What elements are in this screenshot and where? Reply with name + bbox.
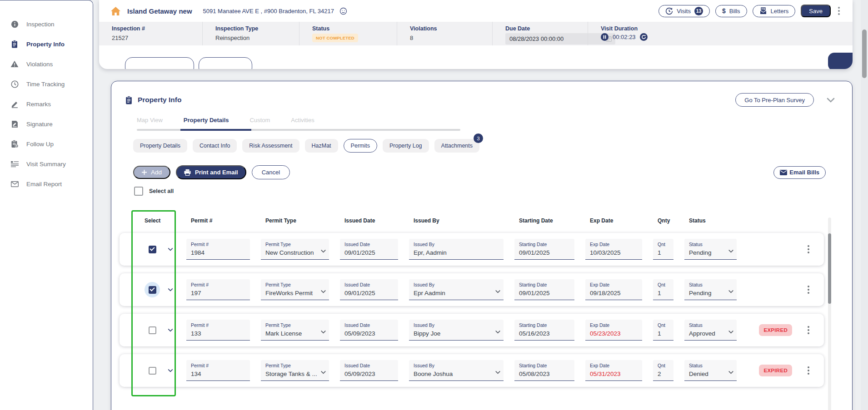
- save-button[interactable]: Save: [801, 5, 831, 17]
- permit-number-field[interactable]: Permit #134: [186, 360, 250, 381]
- tab-map-view[interactable]: Map View: [137, 117, 163, 123]
- exp-date-field[interactable]: Exp Date10/03/2025: [585, 239, 642, 260]
- chevron-down-icon: [728, 247, 733, 255]
- header-kebab-menu[interactable]: [836, 5, 842, 17]
- row-checkbox[interactable]: [149, 286, 156, 294]
- issued-date-field[interactable]: Issued Date09/01/2025: [340, 279, 398, 300]
- row-menu-kebab[interactable]: [806, 365, 811, 376]
- quantity-field[interactable]: Qnt2: [653, 360, 673, 381]
- envelope-icon: [780, 170, 787, 175]
- cancel-button[interactable]: Cancel: [252, 165, 290, 179]
- visit-duration-cell: Visit Duration 00:02:23: [588, 22, 853, 45]
- starting-date-field[interactable]: Starting Date09/01/2025: [514, 279, 574, 300]
- page-scrollbar-track[interactable]: [861, 0, 868, 410]
- sidebar-item-violations[interactable]: Violations: [0, 56, 93, 72]
- property-info-panel: Property Info Go To Pre-Plan Survey Map …: [111, 81, 853, 410]
- sidebar-item-email-report[interactable]: Email Report: [0, 176, 93, 192]
- row-checkbox[interactable]: [149, 326, 156, 334]
- quantity-field[interactable]: Qnt1: [653, 239, 673, 260]
- issued-date-field[interactable]: Issued Date05/09/2023: [340, 360, 398, 381]
- issued-by-select[interactable]: Issued ByBippy Joe: [409, 320, 504, 341]
- field-label: Permit Type: [265, 322, 324, 328]
- field-value: 1: [658, 330, 669, 337]
- permit-number-field[interactable]: Permit #1984: [186, 239, 250, 260]
- pause-icon[interactable]: [601, 33, 609, 41]
- sidebar-item-visit-summary[interactable]: Visit Summary: [0, 156, 93, 172]
- chip-attachments[interactable]: Attachments3: [434, 139, 479, 153]
- select-all-checkbox[interactable]: [134, 187, 143, 196]
- status-select[interactable]: StatusPending: [684, 239, 737, 260]
- row-expand-caret[interactable]: [164, 329, 177, 332]
- row-menu-kebab[interactable]: [806, 324, 811, 336]
- page-scrollbar-thumb[interactable]: [862, 30, 867, 78]
- add-button[interactable]: Add: [133, 166, 170, 179]
- chip-permits[interactable]: Permits: [344, 139, 377, 153]
- issued-by-select[interactable]: Issued ByEpr, Aadmin: [409, 239, 504, 260]
- permit-number-field[interactable]: Permit #197: [186, 279, 250, 300]
- chip-contact-info[interactable]: Contact Info: [193, 139, 237, 153]
- permit-type-select[interactable]: Permit TypeFireWorks Permit: [261, 279, 329, 300]
- letters-button[interactable]: Letters: [753, 5, 796, 17]
- cut-off-button-2[interactable]: [199, 57, 252, 69]
- chip-property-log[interactable]: Property Log: [383, 139, 429, 153]
- field-label: Permit #: [191, 363, 245, 368]
- email-bills-button[interactable]: Email Bills: [773, 166, 826, 179]
- header-card: Island Getaway new 5091 Manatee AVE E , …: [99, 0, 853, 69]
- cut-off-button-3[interactable]: [828, 53, 853, 69]
- status-select[interactable]: StatusPending: [684, 279, 737, 300]
- sidebar-item-follow-up[interactable]: Follow Up: [0, 136, 93, 152]
- issued-by-select[interactable]: Issued ByBoone Joshua: [409, 360, 504, 381]
- bills-button[interactable]: $ Bills: [715, 5, 747, 17]
- starting-date-field[interactable]: Starting Date09/01/2025: [514, 239, 574, 260]
- street-view-icon[interactable]: [339, 7, 347, 15]
- field-label: Starting Date: [519, 363, 570, 368]
- row-expand-caret[interactable]: [164, 248, 177, 251]
- status-select[interactable]: StatusApproved: [684, 320, 737, 341]
- table-scrollbar-thumb[interactable]: [828, 233, 831, 304]
- sidebar-item-signature[interactable]: Signature: [0, 116, 93, 132]
- print-and-email-button[interactable]: Print and Email: [176, 165, 246, 179]
- starting-date-field[interactable]: Starting Date05/16/2023: [514, 320, 574, 341]
- go-to-pre-plan-survey-button[interactable]: Go To Pre-Plan Survey: [735, 93, 814, 107]
- permit-type-select[interactable]: Permit TypeStorage Tanks & ...: [261, 360, 329, 381]
- exp-date-field[interactable]: Exp Date05/31/2023: [585, 360, 642, 381]
- exp-date-field[interactable]: Exp Date09/18/2025: [585, 279, 642, 300]
- status-select[interactable]: StatusDenied: [684, 360, 737, 381]
- permit-type-select[interactable]: Permit TypeMark License: [261, 320, 329, 341]
- issued-date-field[interactable]: Issued Date09/01/2025: [340, 239, 398, 260]
- field-label: Qnt: [658, 322, 669, 328]
- chip-property-details[interactable]: Property Details: [133, 139, 187, 153]
- sidebar-item-property-info[interactable]: Property Info: [0, 36, 93, 52]
- quantity-field[interactable]: Qnt1: [653, 320, 673, 341]
- starting-date-field[interactable]: Starting Date05/08/2023: [514, 360, 574, 381]
- row-menu-kebab[interactable]: [806, 243, 811, 255]
- chip-risk-assessment[interactable]: Risk Assessment: [242, 139, 299, 153]
- permit-type-select[interactable]: Permit TypeNew Construction: [261, 239, 329, 260]
- issued-by-select[interactable]: Issued ByEpr Aadmin: [409, 279, 504, 300]
- exp-date-field[interactable]: Exp Date05/23/2023: [585, 320, 642, 341]
- row-checkbox[interactable]: [149, 246, 156, 253]
- field-value: Epr, Aadmin: [414, 249, 499, 256]
- field-value: 05/08/2023: [519, 370, 570, 377]
- chip-hazmat[interactable]: HazMat: [305, 139, 338, 153]
- tab-custom[interactable]: Custom: [250, 117, 270, 123]
- sidebar-item-time-tracking[interactable]: Time Tracking: [0, 76, 93, 92]
- field-value: New Construction: [265, 249, 324, 256]
- row-expand-caret[interactable]: [164, 369, 177, 372]
- row-menu-kebab[interactable]: [806, 284, 811, 296]
- restart-timer-icon[interactable]: [640, 33, 648, 41]
- permit-number-field[interactable]: Permit #133: [186, 320, 250, 341]
- cut-off-button-1[interactable]: [125, 57, 194, 69]
- row-checkbox[interactable]: [149, 367, 156, 375]
- inspection-number-label: Inspection #: [112, 25, 202, 32]
- field-label: Permit Type: [265, 282, 324, 287]
- visits-button[interactable]: Visits 13: [658, 5, 710, 17]
- quantity-field[interactable]: Qnt1: [653, 279, 673, 300]
- sidebar-item-inspection[interactable]: Inspection: [0, 16, 93, 32]
- collapse-panel-chevron-icon[interactable]: [827, 98, 835, 103]
- row-expand-caret[interactable]: [164, 288, 177, 291]
- sidebar-item-remarks[interactable]: Remarks: [0, 96, 93, 112]
- tab-activities[interactable]: Activities: [291, 117, 314, 123]
- tab-property-details[interactable]: Property Details: [184, 117, 229, 123]
- issued-date-field[interactable]: Issued Date05/09/2023: [340, 320, 398, 341]
